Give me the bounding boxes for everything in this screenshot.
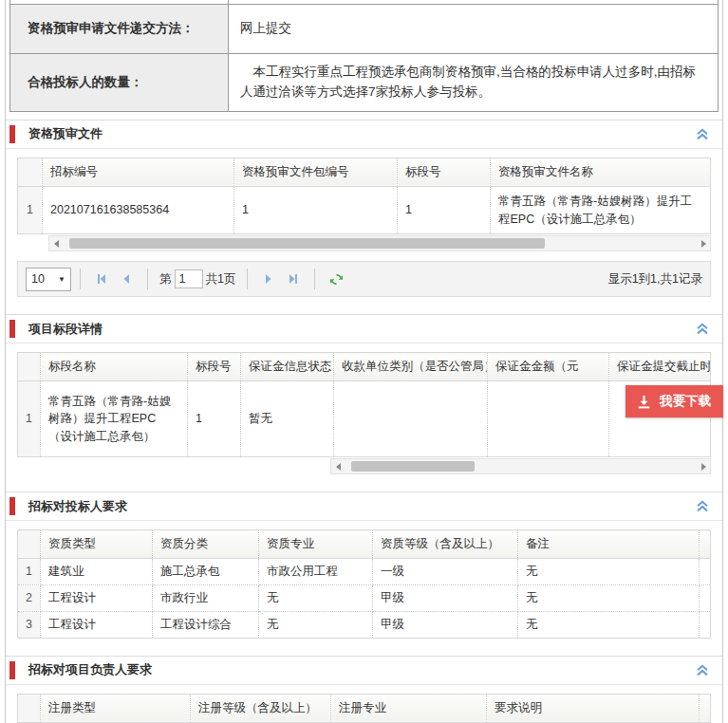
prev-page-button[interactable] (114, 267, 139, 291)
scrollbar-track[interactable] (345, 459, 697, 473)
section-title: 招标对项目负责人要求 (28, 661, 152, 678)
cell-payee-type (334, 381, 488, 457)
cell-qualification-category: 工程设计综合 (153, 611, 259, 638)
cell-section-number: 1 (398, 186, 491, 234)
row-number: 3 (18, 611, 41, 638)
cell-file-name: 常青五路（常青路-姑嫂树路）提升工程EPC（设计施工总承包） (491, 186, 711, 234)
horizontal-scrollbar[interactable] (48, 235, 711, 251)
cell-qualification-category: 施工总承包 (153, 559, 259, 585)
red-accent-bar (9, 125, 15, 143)
cell-qualification-specialty: 市政公用工程 (259, 559, 373, 585)
first-page-button[interactable] (89, 267, 114, 291)
collapse-up-icon[interactable] (696, 664, 709, 677)
column-header: 保证金信息状态 (241, 353, 334, 381)
filler-cell (700, 559, 711, 585)
pager-separator (247, 269, 248, 289)
last-page-button[interactable] (281, 267, 306, 291)
column-header: 招标编号 (43, 158, 234, 186)
cell-qualification-type: 工程设计 (41, 611, 153, 638)
info-label: 资格预审申请文件递交方法： (10, 5, 229, 54)
cell-remark: 无 (518, 611, 700, 638)
filler-cell (700, 611, 711, 638)
row-number: 1 (18, 559, 41, 585)
row-number: 1 (18, 186, 43, 234)
column-header: 资格预审文件包编号 (234, 158, 398, 186)
red-accent-bar (9, 497, 15, 515)
cell-qualification-grade: 甲级 (373, 611, 518, 638)
table-header-row: 招标编号 资格预审文件包编号 标段号 资格预审文件名称 (18, 158, 711, 186)
cell-qualification-grade: 甲级 (373, 585, 518, 612)
table-header-row: 注册类型 注册等级（含及以上） 注册专业 要求说明 (18, 694, 711, 722)
red-accent-bar (9, 661, 15, 679)
page-size-value: 10 (31, 272, 45, 286)
column-header: 资质分类 (153, 530, 259, 559)
page: 资格预审申请文件递交方法： 网上提交 合格投标人的数量： 本工程实行重点工程预选… (5, 0, 723, 723)
cell-qualification-specialty: 无 (259, 585, 373, 612)
filler-header (700, 694, 711, 722)
cutoff-table-row (9, 0, 719, 4)
row-number-header (18, 530, 41, 559)
cell-deposit-status: 暂无 (241, 381, 334, 457)
scroll-right-icon[interactable] (697, 236, 710, 250)
info-label: 合格投标人的数量： (10, 54, 229, 112)
table-row[interactable]: 2 工程设计 市政行业 无 甲级 无 (18, 585, 711, 612)
cell-section-number: 1 (188, 381, 241, 457)
refresh-icon[interactable] (324, 267, 348, 291)
collapse-up-icon[interactable] (696, 500, 709, 512)
filler-cell (700, 585, 711, 612)
page-size-select[interactable]: 10 ▼ (26, 268, 71, 291)
column-header: 资质类型 (41, 530, 153, 559)
section-project-manager-requirements: 招标对项目负责人要求 注册类型 注册等级（含及以上） 注册专业 要求说明 (6, 656, 722, 723)
page-total-label: 共1页 (206, 271, 236, 287)
section-title: 项目标段详情 (28, 321, 103, 338)
horizontal-scrollbar[interactable] (330, 458, 711, 474)
cell-deposit-amount (488, 381, 609, 457)
prequalification-files-table: 招标编号 资格预审文件包编号 标段号 资格预审文件名称 1 2021071616… (17, 158, 711, 235)
scroll-right-icon[interactable] (697, 459, 710, 473)
column-header: 注册等级（含及以上） (191, 694, 331, 722)
next-page-button[interactable] (256, 267, 281, 291)
pager: 10 ▼ 第 共1页 (17, 261, 711, 297)
info-value: 网上提交 (229, 5, 719, 54)
download-button-label: 我要下载 (660, 393, 711, 410)
table-row[interactable]: 3 工程设计 工程设计综合 无 甲级 无 (18, 611, 711, 638)
scrollbar-track[interactable] (63, 236, 697, 250)
table-row[interactable]: 1 建筑业 施工总承包 市政公用工程 一级 无 (18, 559, 711, 585)
cell-package-number: 1 (234, 186, 398, 234)
manager-requirements-table: 注册类型 注册等级（含及以上） 注册专业 要求说明 1 注册建造师 一级 市政公… (17, 694, 711, 723)
column-header: 保证金金额（元 (488, 353, 609, 381)
column-header: 资质专业 (259, 530, 373, 559)
scroll-left-icon[interactable] (49, 236, 63, 250)
table-row[interactable]: 1 常青五路（常青路-姑嫂树路）提升工程EPC（设计施工总承包） 1 暂无 (18, 381, 711, 457)
column-header: 收款单位类别（是否公管局） (334, 353, 488, 381)
column-header: 备注 (518, 530, 700, 559)
section-title: 资格预审文件 (28, 125, 103, 142)
table-header-row: 标段名称 标段号 保证金信息状态 收款单位类别（是否公管局） 保证金金额（元 保… (18, 353, 711, 381)
cell-bid-number: 202107161638585364 (43, 186, 234, 234)
table-row[interactable]: 1 202107161638585364 1 1 常青五路（常青路-姑嫂树路）提… (18, 186, 711, 234)
row-number-header (18, 353, 41, 381)
project-sections-table: 标段名称 标段号 保证金信息状态 收款单位类别（是否公管局） 保证金金额（元 保… (17, 352, 711, 457)
filler-header (700, 530, 711, 559)
scrollbar-thumb[interactable] (69, 238, 545, 249)
cell-remark: 无 (518, 585, 700, 612)
scroll-left-icon[interactable] (331, 459, 345, 473)
section-body: 我要下载 标段名称 标段号 保证金信息状态 收款单位类别（是否公管局） 保证金金… (6, 343, 722, 484)
page-input[interactable] (175, 269, 203, 288)
collapse-up-icon[interactable] (696, 128, 709, 140)
table-header-row: 资质类型 资质分类 资质专业 资质等级（含及以上） 备注 (18, 530, 711, 559)
cell-qualification-grade: 一级 (373, 559, 518, 585)
section-header: 项目标段详情 (6, 315, 722, 343)
row-number-header (18, 694, 41, 722)
bidder-requirements-table: 资质类型 资质分类 资质专业 资质等级（含及以上） 备注 1 建筑业 施工总承包… (17, 529, 711, 638)
cell-qualification-specialty: 无 (259, 611, 373, 638)
page-prefix-label: 第 (159, 271, 172, 287)
section-project-sections: 项目标段详情 我要下载 标段名称 标段号 保证金信息状态 (6, 314, 722, 484)
column-header: 标段号 (188, 353, 241, 381)
pager-separator (80, 269, 81, 289)
collapse-up-icon[interactable] (696, 323, 709, 335)
section-body: 注册类型 注册等级（含及以上） 注册专业 要求说明 1 注册建造师 一级 市政公… (6, 685, 722, 723)
download-button[interactable]: 我要下载 (625, 385, 723, 417)
column-header: 注册专业 (331, 694, 487, 722)
scrollbar-thumb[interactable] (351, 461, 475, 472)
